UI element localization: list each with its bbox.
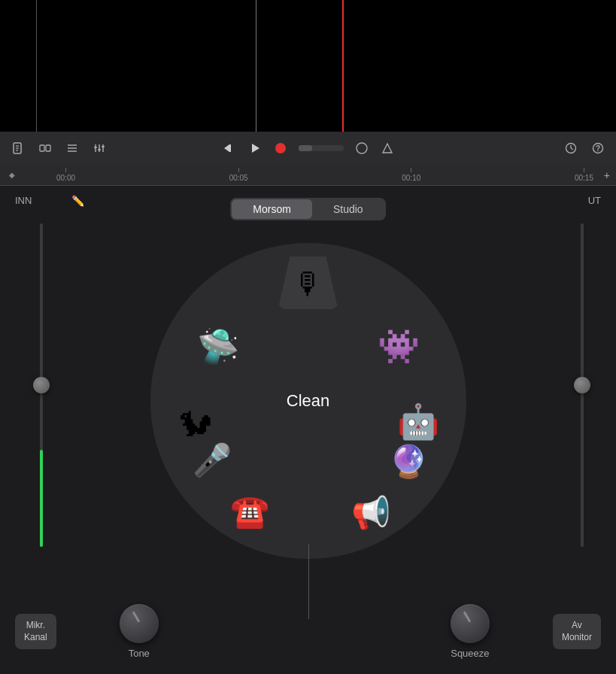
help-icon[interactable]: ?	[587, 138, 608, 159]
thumbnails-icon[interactable]	[35, 138, 56, 159]
svg-marker-17	[252, 144, 259, 153]
svg-rect-14	[102, 146, 105, 147]
output-level-track[interactable]	[581, 223, 584, 547]
segment-control: Morsom Studio	[230, 198, 385, 220]
tab-morsom[interactable]: Morsom	[232, 199, 312, 219]
slider-right	[571, 223, 593, 547]
svg-marker-15	[224, 144, 229, 152]
ruler-marks: 00:00 00:05 00:10 00:15	[56, 168, 593, 182]
mikr-kanal-button[interactable]: Mikr. Kanal	[15, 614, 56, 649]
effect-microphone[interactable]: 🎙	[284, 260, 332, 308]
svg-rect-12	[94, 147, 97, 148]
effect-monster[interactable]: 👾	[375, 322, 423, 370]
clock-icon[interactable]	[560, 138, 581, 159]
record-button[interactable]	[270, 138, 291, 159]
list-icon[interactable]	[62, 138, 83, 159]
output-level-thumb[interactable]	[574, 377, 590, 393]
toolbar: ?	[0, 132, 616, 165]
transport-controls	[219, 138, 398, 159]
mixer-icon[interactable]	[89, 138, 110, 159]
svg-rect-5	[46, 145, 50, 151]
edit-icon[interactable]: ✏️	[71, 195, 84, 207]
svg-rect-16	[229, 144, 231, 152]
squeeze-knob-container: Squeeze	[451, 604, 490, 659]
timeline-ruler[interactable]: ◆ 00:00 00:05 00:10 00:15 +	[0, 165, 616, 186]
ruler-start-marker: ◆	[9, 171, 15, 179]
playhead-line	[342, 0, 344, 132]
bottom-controls: Mikr. Kanal Tone Squeeze Av Monitor	[0, 604, 616, 659]
timeline-line-center	[256, 0, 256, 132]
main-area: INN ✏️ UT Morsom Studio Clean 🎙 🛸 👾 �	[0, 186, 616, 674]
svg-rect-4	[40, 145, 44, 151]
slider-left	[30, 223, 53, 547]
effect-telephone[interactable]: ☎️	[226, 487, 274, 535]
level-meter	[299, 145, 344, 151]
tone-knob-container: Tone	[120, 604, 159, 659]
effect-megaphone[interactable]: 📢	[347, 488, 395, 536]
svg-marker-19	[383, 144, 392, 153]
ruler-mark-1: 00:05	[229, 168, 248, 182]
effect-wheel[interactable]: Clean 🎙 🛸 👾 🐿 🤖 🎤 🔮 ☎️ 📢	[150, 243, 466, 559]
rewind-button[interactable]	[219, 138, 240, 159]
ruler-mark-2: 00:10	[402, 168, 420, 182]
metronome-icon[interactable]	[377, 138, 398, 159]
play-button[interactable]	[244, 138, 266, 159]
tab-studio[interactable]: Studio	[312, 199, 384, 219]
svg-line-22	[571, 148, 573, 150]
monitor-button[interactable]: Av Monitor	[553, 614, 601, 649]
ruler-mark-0: 00:00	[56, 168, 75, 182]
squeeze-knob[interactable]	[451, 604, 490, 643]
level-fill-green	[40, 450, 43, 547]
volume-icon[interactable]	[351, 138, 372, 159]
right-toolbar: ?	[560, 138, 608, 159]
squeeze-label: Squeeze	[451, 648, 489, 659]
inn-label: INN	[15, 195, 32, 206]
svg-text:?: ?	[596, 144, 600, 153]
timeline-line-left	[36, 0, 37, 132]
input-level-thumb[interactable]	[33, 377, 50, 393]
svg-point-18	[357, 143, 367, 153]
svg-rect-13	[98, 149, 101, 150]
ruler-mark-3: 00:15	[575, 168, 593, 182]
add-track-button[interactable]: +	[604, 169, 610, 181]
record-dot	[275, 143, 286, 153]
ut-label: UT	[588, 195, 601, 206]
tone-knob[interactable]	[120, 604, 159, 643]
input-level-track[interactable]	[40, 223, 43, 547]
effect-ufo[interactable]: 🛸	[194, 322, 242, 370]
document-icon[interactable]	[8, 138, 29, 159]
tone-label: Tone	[129, 648, 150, 659]
effect-mic2[interactable]: 🎤	[188, 436, 236, 484]
effect-orb[interactable]: 🔮	[384, 437, 432, 485]
top-black-area	[0, 0, 616, 132]
